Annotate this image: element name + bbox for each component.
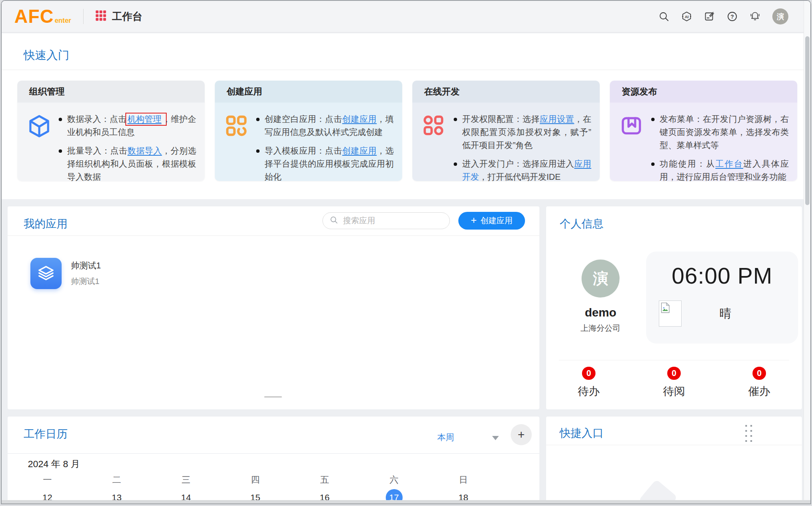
vertical-scrollbar-thumb[interactable] <box>805 36 809 205</box>
quick-start-card: 组织管理数据录入：点击机构管理，维护企业机构和员工信息批量导入：点击数据导入，分… <box>17 81 205 181</box>
search-input[interactable] <box>342 216 443 226</box>
my-apps-title: 我的应用 <box>24 216 68 231</box>
weather-label: 晴 <box>720 306 731 322</box>
work-calendar-title: 工作日历 <box>24 427 68 441</box>
inline-link[interactable]: 工作台 <box>715 159 743 168</box>
weather-row: 晴 <box>646 300 798 327</box>
calendar-weekday: 日 <box>459 474 468 486</box>
quick-entry-title: 快捷入口 <box>560 426 604 441</box>
quick-start-card-row: 组织管理数据录入：点击机构管理，维护企业机构和员工信息批量导入：点击数据导入，分… <box>17 81 797 181</box>
afcenter-logo[interactable]: AFC enter <box>14 8 71 25</box>
app-squares-icon <box>225 113 249 181</box>
quick-start-title: 快速入门 <box>24 48 69 63</box>
calendar-weekday: 四 <box>251 474 260 486</box>
svg-text:AI: AI <box>685 15 689 19</box>
stat-item[interactable]: 0待办 <box>546 367 631 399</box>
card-bullet-list: 创建空白应用：点击创建应用，填写应用信息及默认样式完成创建导入模板应用：点击创建… <box>255 113 394 181</box>
quick-start-section: 快速入门 组织管理数据录入：点击机构管理，维护企业机构和员工信息批量导入：点击数… <box>2 33 810 199</box>
ai-assistant-icon[interactable]: AI <box>681 11 692 22</box>
book-icon <box>620 113 644 181</box>
app-stack-icon <box>30 258 62 289</box>
quick-start-card: 创建应用创建空白应用：点击创建应用，填写应用信息及默认样式完成创建导入模板应用：… <box>215 81 402 181</box>
card-bullet: 创建空白应用：点击创建应用，填写应用信息及默认样式完成创建 <box>255 113 394 139</box>
svg-text:?: ? <box>731 14 734 20</box>
create-app-button-label: 创建应用 <box>481 215 513 226</box>
dev-blocks-icon <box>422 113 447 181</box>
inline-link[interactable]: 创建应用 <box>342 146 377 155</box>
card-bullet: 发布菜单：在开发门户资源树，右键页面资源发布菜单，选择发布类型、菜单样式等 <box>650 113 789 152</box>
my-apps-panel: 我的应用 + 创建应用 帅测试1帅测试1 <box>8 206 539 409</box>
card-bullet: 开发权限配置：选择应用设置，在权限配置页添加授权对象，赋予”低开项目开发”角色 <box>453 113 591 152</box>
top-bar: AFC enter 工作台 AI <box>2 1 810 32</box>
time-weather-card: 06:00 PM 晴 <box>646 252 798 344</box>
card-title: 组织管理 <box>17 81 205 103</box>
stat-label: 待办 <box>546 384 631 399</box>
app-search-box <box>322 212 450 229</box>
app-item[interactable]: 帅测试1帅测试1 <box>30 258 101 289</box>
stat-item[interactable]: 0待阅 <box>631 367 717 399</box>
work-calendar-panel: 工作日历 本周 + 2024 年 8 月 一二三四五六日121314151617… <box>8 417 539 504</box>
quick-start-card: 在线开发开发权限配置：选择应用设置，在权限配置页添加授权对象，赋予”低开项目开发… <box>412 81 600 181</box>
personal-info-panel: 个人信息 演 demo 上海分公司 06:00 PM 晴 0待办0待阅0催办 <box>546 206 802 409</box>
personal-info-title: 个人信息 <box>560 216 604 231</box>
stat-count-badge: 0 <box>582 367 595 380</box>
cube-icon <box>27 113 52 181</box>
bullet-text: ，打开低代码开发IDE <box>479 172 560 181</box>
calendar-weekday: 三 <box>181 474 190 486</box>
drag-handle-icon[interactable] <box>745 425 752 442</box>
card-bullet: 导入模板应用：点击创建应用，选择平台提供的应用模板完成应用初始化 <box>255 144 394 181</box>
card-title: 在线开发 <box>412 81 600 103</box>
help-icon[interactable]: ? <box>727 11 738 22</box>
highlight-box: 机构管理 <box>125 113 167 126</box>
chevron-down-icon[interactable] <box>492 436 499 440</box>
app-meta: 帅测试1帅测试1 <box>71 260 101 287</box>
workspace-label: 工作台 <box>112 10 143 23</box>
section-divider <box>2 70 810 70</box>
compose-note-icon[interactable] <box>704 11 715 22</box>
stat-item[interactable]: 0催办 <box>717 367 802 399</box>
bullet-text: 发布菜单：在开发门户资源树，右键页面资源发布菜单，选择发布类型、菜单样式等 <box>660 114 789 150</box>
logo-text-main: AFC <box>14 8 54 25</box>
card-bullet-list: 发布菜单：在开发门户资源树，右键页面资源发布菜单，选择发布类型、菜单样式等功能使… <box>650 113 789 181</box>
plus-icon: + <box>518 428 525 441</box>
logo-text-sub: enter <box>54 17 71 24</box>
horizontal-scrollbar[interactable] <box>2 500 810 503</box>
inline-link[interactable]: 应用设置 <box>540 114 574 124</box>
calendar-weekday: 一 <box>43 474 52 486</box>
bullet-text: 进入开发门户：选择应用进入 <box>462 159 574 168</box>
bullet-text: 创建空白应用：点击 <box>265 114 342 124</box>
bullet-text: 批量导入：点击 <box>67 146 127 155</box>
search-icon[interactable] <box>658 11 669 22</box>
card-body: 发布菜单：在开发门户资源树，右键页面资源发布菜单，选择发布类型、菜单样式等功能使… <box>610 103 797 181</box>
panel-divider <box>546 445 802 445</box>
inline-link[interactable]: 创建应用 <box>342 114 377 124</box>
card-body: 开发权限配置：选择应用设置，在权限配置页添加授权对象，赋予”低开项目开发”角色进… <box>412 103 600 181</box>
panel-divider <box>8 453 539 454</box>
app-list: 帅测试1帅测试1 <box>30 258 101 289</box>
panel-divider <box>559 360 789 360</box>
app-window: AFC enter 工作台 AI <box>1 0 811 504</box>
todo-stats-row: 0待办0待阅0催办 <box>546 367 802 399</box>
card-body: 数据录入：点击机构管理，维护企业机构和员工信息批量导入：点击数据导入，分别选择组… <box>17 103 205 181</box>
add-event-button[interactable]: + <box>511 424 532 445</box>
card-title: 资源发布 <box>610 81 797 103</box>
inline-link[interactable]: 数据导入 <box>127 146 162 155</box>
calendar-range-select[interactable]: 本周 <box>437 432 454 443</box>
card-bullet-list: 开发权限配置：选择应用设置，在权限配置页添加授权对象，赋予”低开项目开发”角色进… <box>453 113 591 181</box>
profile-avatar[interactable]: 演 <box>582 260 620 298</box>
stat-label: 待阅 <box>631 384 717 399</box>
card-bullet: 批量导入：点击数据导入，分别选择组织机构和人员面板，根据模板导入数据 <box>58 144 196 181</box>
calendar-month-label: 2024 年 8 月 <box>28 458 80 471</box>
create-app-button[interactable]: + 创建应用 <box>458 212 525 230</box>
notification-bell-icon[interactable] <box>750 11 761 22</box>
more-indicator <box>264 396 282 398</box>
organization-label: 上海分公司 <box>546 323 655 334</box>
topbar-divider <box>83 9 84 24</box>
inline-link[interactable]: 机构管理 <box>127 114 162 124</box>
bullet-text: 数据录入：点击 <box>67 114 127 124</box>
card-bullet: 功能使用：从工作台进入具体应用，进行应用后台管理和业务功能 <box>650 157 789 181</box>
broken-image-placeholder <box>659 300 682 327</box>
calendar-weekday: 五 <box>320 474 329 486</box>
user-avatar[interactable]: 演 <box>772 8 788 24</box>
app-description: 帅测试1 <box>71 276 101 287</box>
